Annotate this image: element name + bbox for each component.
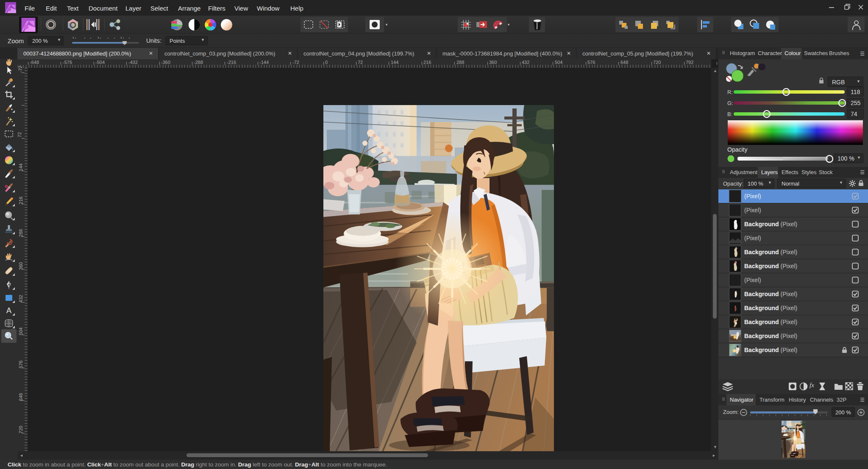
svg-text:A: A xyxy=(6,306,11,315)
